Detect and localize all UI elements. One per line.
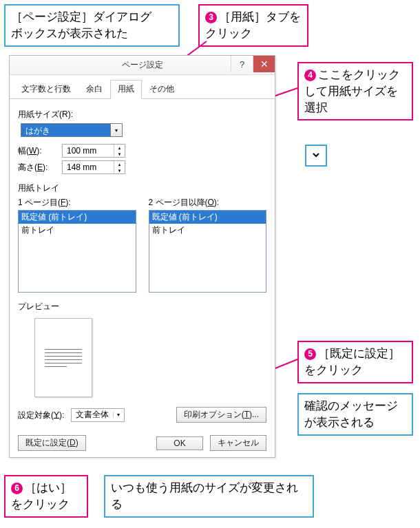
step-number-5: 5 xyxy=(304,348,316,360)
width-label: 幅(W): xyxy=(18,145,58,157)
dialog-title: ページ設定 xyxy=(122,59,163,71)
list-item[interactable]: 前トレイ xyxy=(149,224,266,237)
dialog-titlebar[interactable]: ページ設定 ? ✕ xyxy=(10,56,275,75)
callout-confirm-msg: 確認のメッセージが表示される xyxy=(297,393,413,436)
tab-chars-lines[interactable]: 文字数と行数 xyxy=(14,80,78,99)
paper-size-value: はがき xyxy=(21,123,110,137)
paper-tray-label: 用紙トレイ xyxy=(18,182,266,194)
callout-step-6: 6［はい］をクリック xyxy=(4,475,88,518)
chevron-down-icon[interactable]: ▾ xyxy=(110,123,123,137)
width-spinner[interactable]: ▲▼ xyxy=(114,145,125,157)
dialog-body: 用紙サイズ(R): はがき ▾ 幅(W): 100 mm ▲▼ 高さ(E): 1… xyxy=(10,99,275,430)
set-as-default-button[interactable]: 既定に設定(D) xyxy=(18,435,86,451)
tab-strip: 文字数と行数 余白 用紙 その他 xyxy=(10,75,275,99)
preview-label: プレビュー xyxy=(18,301,266,313)
dialog-footer: 既定に設定(D) OK キャンセル xyxy=(10,430,275,456)
apply-to-row: 設定対象(Y): 文書全体 ▾ xyxy=(18,408,125,422)
step-number-4: 4 xyxy=(304,70,316,81)
chevron-down-icon xyxy=(311,150,321,162)
callout-text: ここをクリックして用紙サイズを選択 xyxy=(304,68,400,114)
help-button[interactable]: ? xyxy=(231,56,253,72)
height-value: 148 mm xyxy=(63,162,114,172)
list-item[interactable]: 前トレイ xyxy=(19,224,136,237)
page-setup-dialog: ページ設定 ? ✕ 文字数と行数 余白 用紙 その他 用紙サイズ(R): はがき… xyxy=(9,55,275,458)
callout-text: いつも使う用紙のサイズが変更される xyxy=(111,481,298,511)
step-number-3: 3 xyxy=(205,12,217,23)
width-input[interactable]: 100 mm ▲▼ xyxy=(62,144,125,158)
cancel-button[interactable]: キャンセル xyxy=(210,435,266,451)
print-options-button[interactable]: 印刷オプション(T)... xyxy=(176,407,266,423)
callout-text: 確認のメッセージが表示される xyxy=(304,399,398,429)
preview-thumbnail xyxy=(34,318,92,397)
close-button[interactable]: ✕ xyxy=(253,56,275,72)
callout-step-5: 5［既定に設定］をクリック xyxy=(297,341,413,383)
tray-other-pages-label: 2 ページ目以降(O): xyxy=(149,197,267,209)
tray-first-page-label: 1 ページ目(F): xyxy=(18,197,136,209)
apply-to-value: 文書全体 xyxy=(72,409,113,421)
list-item[interactable]: 既定値 (前トレイ) xyxy=(19,211,136,224)
callout-bottom: いつも使う用紙のサイズが変更される xyxy=(104,475,314,518)
callout-text: ［用紙］タブをクリック xyxy=(205,10,301,40)
tray-first-page-list[interactable]: 既定値 (前トレイ) 前トレイ xyxy=(18,210,136,293)
height-spinner[interactable]: ▲▼ xyxy=(114,161,125,173)
paper-size-combo[interactable]: はがき ▾ xyxy=(21,123,123,137)
width-value: 100 mm xyxy=(63,146,114,156)
callout-step-4: 4ここをクリックして用紙サイズを選択 xyxy=(297,62,413,120)
callout-text: ［既定に設定］をクリック xyxy=(304,347,400,377)
height-label: 高さ(E): xyxy=(18,162,58,173)
callout-text: ［ページ設定］ダイアログ ボックスが表示された xyxy=(11,10,151,40)
step-number-6: 6 xyxy=(11,483,23,494)
ok-button[interactable]: OK xyxy=(156,436,203,450)
apply-to-select[interactable]: 文書全体 ▾ xyxy=(71,408,125,422)
height-input[interactable]: 148 mm ▲▼ xyxy=(62,160,125,174)
tray-other-pages-list[interactable]: 既定値 (前トレイ) 前トレイ xyxy=(149,210,267,293)
apply-to-label: 設定対象(Y): xyxy=(18,410,67,419)
down-arrow-icon-box xyxy=(305,145,327,167)
paper-size-label: 用紙サイズ(R): xyxy=(18,109,266,120)
chevron-down-icon[interactable]: ▾ xyxy=(113,412,124,418)
tab-margins[interactable]: 余白 xyxy=(78,80,110,99)
callout-dialog-shown: ［ページ設定］ダイアログ ボックスが表示された xyxy=(4,4,180,47)
list-item[interactable]: 既定値 (前トレイ) xyxy=(149,211,266,224)
callout-step-3: 3［用紙］タブをクリック xyxy=(198,4,308,47)
tab-paper[interactable]: 用紙 xyxy=(110,80,142,99)
tab-other[interactable]: その他 xyxy=(142,80,182,99)
